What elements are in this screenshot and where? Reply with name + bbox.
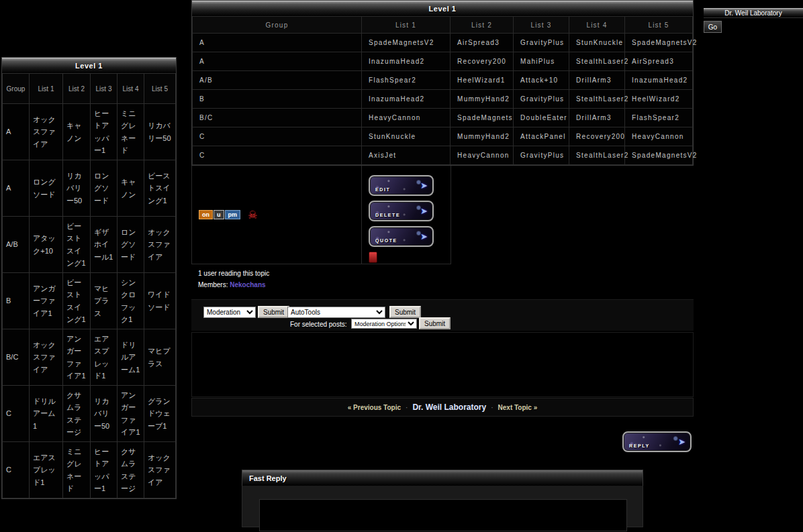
- item-cell: AirSpread3: [451, 34, 514, 52]
- table-row: Bアンガーファイア1ビーストスイング1マヒプラスシンクロフック1ワイドソード: [3, 273, 176, 329]
- item-cell: Attack+10: [514, 71, 569, 90]
- item-cell: エアスプレッド1: [30, 442, 63, 498]
- item-cell: AxisJet: [362, 146, 451, 165]
- column-header: List 5: [625, 17, 693, 34]
- item-cell: オックスファイア: [144, 442, 176, 498]
- item-cell: AirSpread3: [625, 52, 693, 71]
- arrow-icon: ➤: [420, 206, 428, 216]
- item-cell: StunKnuckle: [362, 127, 451, 146]
- item-cell: クサムラステージ: [63, 386, 91, 442]
- readers-count-text: 1 user reading this topic: [198, 270, 694, 277]
- reply-button[interactable]: REPLY ➤: [622, 431, 692, 452]
- members-label: Members:: [198, 281, 228, 288]
- table-row: ASpadeMagnetsV2AirSpread3GravityPlusStun…: [193, 34, 693, 52]
- item-cell: リカバリー50: [91, 386, 117, 442]
- item-cell: ビーストスイング1: [63, 273, 91, 329]
- column-header: Group: [3, 74, 30, 104]
- report-icon[interactable]: [369, 252, 377, 263]
- item-cell: ミニグレネード: [63, 442, 91, 498]
- member-link[interactable]: Nekochans: [230, 281, 265, 288]
- arrow-icon: ➤: [420, 180, 428, 191]
- table-row: Aロングソードリカバリー50ロングソードキャノンビーストスイング1: [3, 160, 176, 217]
- header-row: GroupList 1List 2List 3List 4List 5: [193, 17, 693, 34]
- table-row: B/Cオックスファイアアンガーファイア1エアスプレッド1ドリルアーム1マヒプラス: [3, 329, 176, 386]
- item-cell: StunKnuckle: [569, 34, 625, 52]
- item-cell: InazumaHead2: [362, 52, 451, 71]
- item-cell: マヒプラス: [144, 329, 176, 386]
- moderation-bar: Moderation Submit AutoTools Submit For s…: [191, 299, 694, 331]
- delete-button[interactable]: DELETE ➤: [369, 201, 434, 221]
- item-cell: HeavyCannon: [625, 127, 693, 146]
- empty-content-box: [191, 332, 694, 397]
- group-cell: A/B: [3, 217, 30, 273]
- options-submit-button[interactable]: Submit: [419, 317, 451, 329]
- item-cell: マヒプラス: [91, 273, 117, 329]
- members-line: Members: Nekochans: [198, 281, 694, 288]
- pm-badge[interactable]: pm: [225, 210, 241, 219]
- edit-button-label: EDIT: [375, 187, 390, 192]
- item-cell: Recovery200: [569, 127, 625, 146]
- item-cell: SpadeMagnetsV2: [362, 34, 451, 52]
- item-cell: ロングソード: [91, 160, 117, 217]
- item-cell: ドリルアーム1: [30, 386, 63, 442]
- user-badge[interactable]: u: [214, 210, 224, 219]
- table-row: A/BFlashSpear2HeelWizard1Attack+10DrillA…: [193, 71, 693, 90]
- item-cell: MahiPlus: [514, 52, 569, 71]
- autotools-submit-button[interactable]: Submit: [389, 306, 421, 318]
- go-button[interactable]: Go: [704, 21, 722, 33]
- moderation-submit-button[interactable]: Submit: [258, 306, 289, 318]
- next-topic-link[interactable]: Next Topic »: [498, 404, 538, 411]
- group-cell: B/C: [193, 109, 362, 127]
- table-row: CAxisJetHeavyCannonGravityPlusStealthLas…: [193, 146, 693, 165]
- item-cell: StealthLaser2: [569, 90, 625, 109]
- group-cell: A/B: [193, 71, 362, 90]
- moderation-options-select[interactable]: Moderation Options: [351, 319, 417, 329]
- column-header: Group: [193, 17, 362, 34]
- item-cell: GravityPlus: [514, 146, 569, 165]
- table-row: B/CHeavyCannonSpadeMagnetsDoubleEaterDri…: [193, 109, 693, 127]
- item-cell: エアスプレッド1: [91, 329, 117, 386]
- item-cell: AttackPanel: [514, 127, 569, 146]
- online-badge[interactable]: on: [199, 210, 213, 219]
- table-row: AInazumaHead2Recovery200MahiPlusStealthL…: [193, 52, 693, 71]
- delete-button-label: DELETE: [375, 213, 400, 217]
- reply-row: REPLY ➤: [191, 431, 694, 452]
- previous-topic-link[interactable]: « Previous Topic: [348, 404, 401, 411]
- item-cell: MummyHand2: [451, 127, 514, 146]
- for-selected-label: For selected posts:: [290, 321, 346, 328]
- group-cell: A: [3, 160, 30, 217]
- item-cell: DrillArm3: [569, 109, 625, 127]
- autotools-select[interactable]: AutoTools: [287, 307, 385, 318]
- item-cell: キャノン: [63, 104, 91, 160]
- item-cell: DrillArm3: [569, 71, 625, 90]
- item-cell: ミニグレネード: [117, 104, 144, 160]
- edit-button[interactable]: EDIT ➤: [369, 175, 434, 196]
- forum-title-link[interactable]: Dr. Weil Laboratory: [412, 403, 486, 412]
- table-row: Cエアスプレッド1ミニグレネードヒートアッパー1クサムラステージオックスファイア: [3, 442, 176, 498]
- left-tableborder: Level 1 GroupList 1List 2List 3List 4Lis…: [1, 57, 177, 499]
- left-table-title: Level 1: [2, 58, 176, 73]
- item-cell: HeelWizard2: [625, 90, 693, 109]
- table-row: Aオックスファイアキャノンヒートアッパー1ミニグレネードリカバリー50: [3, 104, 176, 160]
- item-cell: GravityPlus: [514, 34, 569, 52]
- item-cell: リカバリー50: [63, 160, 91, 217]
- item-cell: ヒートアッパー1: [91, 104, 117, 160]
- group-cell: C: [193, 146, 362, 165]
- table-row: BInazumaHead2MummyHand2GravityPlusStealt…: [193, 90, 693, 109]
- fast-reply-textarea[interactable]: [259, 499, 627, 531]
- moderation-select[interactable]: Moderation: [203, 307, 256, 318]
- arrow-icon: ➤: [420, 231, 428, 242]
- item-cell: DoubleEater: [514, 109, 569, 127]
- table-row: A/Bアタック+10ビーストスイング1ギザホイール1ロングソードオックスファイア: [3, 217, 176, 273]
- skull-emoticon-icon: ☠: [248, 209, 257, 221]
- item-cell: アンガーファイア1: [117, 386, 144, 442]
- post-footer-right: EDIT ➤ DELETE ➤ QUOTE ➤: [362, 166, 451, 264]
- item-cell: StealthLaser2: [569, 52, 625, 71]
- item-cell: HeavyCannon: [451, 146, 514, 165]
- quote-button[interactable]: QUOTE ➤: [369, 226, 434, 247]
- item-cell: シンクロフック1: [117, 273, 144, 329]
- item-cell: ビーストスイング1: [63, 217, 91, 273]
- item-cell: MummyHand2: [451, 90, 514, 109]
- column-header: List 4: [569, 17, 625, 34]
- item-cell: キャノン: [117, 160, 144, 217]
